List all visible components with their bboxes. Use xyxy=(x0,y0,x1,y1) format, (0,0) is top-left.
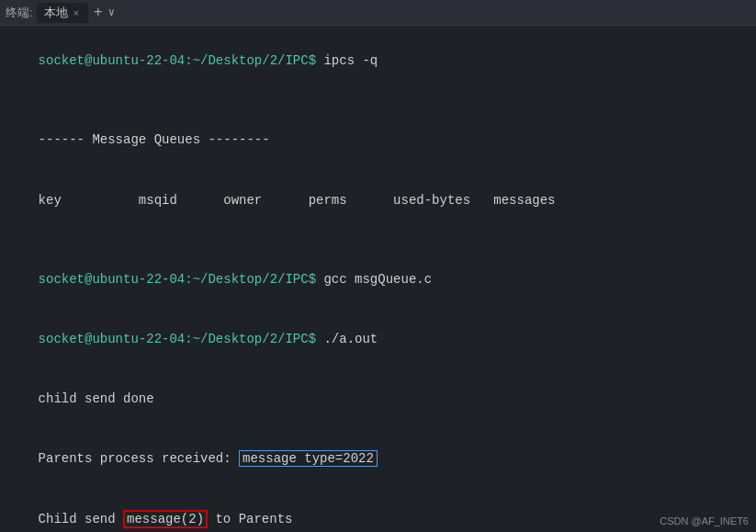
line-child-send: Child send message(2) to Parents xyxy=(7,490,749,532)
topbar-tab[interactable]: 本地 × xyxy=(37,3,88,23)
line-blank-2 xyxy=(7,231,749,251)
child-suffix: to Parents xyxy=(208,512,292,526)
prompt-2: socket@ubuntu-22-04:~/Desktop/2/IPC$ xyxy=(39,272,316,287)
child-prefix: Child send xyxy=(39,512,123,526)
table-col-headers-1: key msqid owner perms used-bytes message… xyxy=(39,193,556,208)
topbar-label: 终端: xyxy=(6,5,33,21)
line-parents-received: Parents process received: message type=2… xyxy=(7,430,749,490)
line-blank-1 xyxy=(7,91,749,111)
line-1: socket@ubuntu-22-04:~/Desktop/2/IPC$ ipc… xyxy=(7,31,749,91)
line-child-send-done: child send done xyxy=(7,370,749,430)
terminal-content: socket@ubuntu-22-04:~/Desktop/2/IPC$ ipc… xyxy=(0,26,756,532)
watermark: CSDN @AF_INET6 xyxy=(660,515,749,526)
parents-message-box: message type=2022 xyxy=(239,450,378,467)
topbar: 终端: 本地 × + ∨ xyxy=(0,0,756,26)
cmd-3: ./a.out xyxy=(316,332,378,346)
cmd-2: gcc msgQueue.c xyxy=(316,272,432,287)
cmd-1: ipcs -q xyxy=(316,53,378,68)
new-tab-button[interactable]: + xyxy=(92,5,105,21)
line-3: socket@ubuntu-22-04:~/Desktop/2/IPC$ ./a… xyxy=(7,311,749,370)
prompt-3: socket@ubuntu-22-04:~/Desktop/2/IPC$ xyxy=(39,332,316,346)
msg-queues-header-1: ------ Message Queues -------- xyxy=(39,132,270,147)
parents-prefix: Parents process received: xyxy=(39,451,239,466)
dropdown-chevron-icon[interactable]: ∨ xyxy=(108,6,115,19)
child-message-box: message(2) xyxy=(123,510,208,528)
prompt-1: socket@ubuntu-22-04:~/Desktop/2/IPC$ xyxy=(39,53,316,68)
line-table-header-1: key msqid owner perms used-bytes message… xyxy=(7,171,749,231)
child-send-done-text: child send done xyxy=(39,391,154,406)
line-msg-queues-1: ------ Message Queues -------- xyxy=(7,111,749,171)
line-2: socket@ubuntu-22-04:~/Desktop/2/IPC$ gcc… xyxy=(7,251,749,311)
tab-name: 本地 xyxy=(44,5,68,21)
tab-close-icon[interactable]: × xyxy=(73,7,79,18)
